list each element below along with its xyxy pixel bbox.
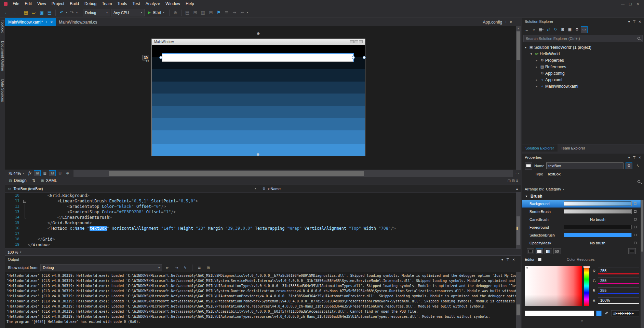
- outlining-margin[interactable]: [22, 226, 28, 231]
- properties-search[interactable]: [522, 178, 644, 185]
- tree-item-solution-helloworld-1-project[interactable]: ▾▣Solution 'HelloWorld' (1 project): [522, 44, 644, 51]
- scrollbar-thumb[interactable]: [109, 171, 364, 176]
- preview-selected-items-icon[interactable]: ▭: [581, 26, 588, 33]
- properties-icon[interactable]: ⚙: [574, 26, 580, 33]
- scrollbar-thumb[interactable]: [641, 200, 643, 252]
- xaml-pane-tab[interactable]: ⊞XAML: [38, 176, 60, 185]
- close-icon[interactable]: ✕: [639, 156, 641, 159]
- design-surface[interactable]: ⊕ 39 ⊙ MainWindow: [5, 26, 516, 170]
- outlining-margin[interactable]: [22, 231, 28, 237]
- expander-icon[interactable]: ▸: [534, 65, 539, 69]
- outlining-margin[interactable]: [22, 215, 28, 220]
- tab-mainwindow-xaml[interactable]: MainWindow.xaml* ⊤ ×: [5, 18, 56, 26]
- outlining-margin[interactable]: −: [22, 199, 28, 204]
- close-tab-icon[interactable]: ×: [50, 20, 53, 25]
- scrollbar-thumb[interactable]: [516, 304, 520, 315]
- color-marker[interactable]: [526, 267, 528, 269]
- eyedropper-icon[interactable]: ✎: [604, 311, 609, 316]
- solution-search-input[interactable]: [523, 35, 643, 42]
- search-icon[interactable]: [638, 37, 640, 40]
- outlining-margin[interactable]: [22, 204, 28, 210]
- arrange-by-value[interactable]: Category: [546, 187, 561, 191]
- navigate-forward-icon[interactable]: →: [11, 9, 17, 16]
- design-pane-tab[interactable]: ⊡Design: [6, 176, 30, 185]
- designer-vertical-scrollbar[interactable]: ▲: [516, 26, 521, 170]
- save-all-icon[interactable]: ▤: [46, 9, 53, 16]
- property-row-borderbrush[interactable]: BorderBrush: [522, 208, 641, 215]
- tab-color-resources[interactable]: Color Resources: [567, 257, 595, 261]
- top-anchor-icon[interactable]: ⊕: [257, 32, 260, 35]
- breakpoint-margin[interactable]: [5, 237, 11, 242]
- window-position-icon[interactable]: ▾: [628, 156, 630, 159]
- tree-item-properties[interactable]: ▸⚙Properties: [522, 57, 644, 63]
- gradient-brush-button[interactable]: [545, 248, 552, 254]
- side-tab-toolbox[interactable]: Toolbox: [1, 20, 5, 33]
- solid-brush-button[interactable]: [536, 248, 543, 254]
- column-guides-icon[interactable]: ▥: [200, 9, 206, 16]
- advanced-options-icon[interactable]: [634, 202, 636, 205]
- collapse-all-icon[interactable]: ⊟: [559, 26, 566, 33]
- close-icon[interactable]: ✕: [634, 2, 641, 6]
- save-icon[interactable]: ▣: [38, 9, 45, 16]
- channel-input-b[interactable]: 255: [598, 287, 639, 294]
- pin-icon[interactable]: ⊤: [505, 20, 507, 24]
- horizontal-split-icon[interactable]: ⊟: [512, 179, 514, 183]
- scrollbar-thumb[interactable]: [516, 31, 520, 60]
- breakpoint-margin[interactable]: [5, 204, 11, 210]
- maximize-icon[interactable]: ▢: [627, 2, 634, 6]
- collapse-breadcrumb-icon[interactable]: ▴: [516, 187, 521, 190]
- expander-icon[interactable]: ▸: [534, 59, 539, 62]
- word-wrap-icon[interactable]: ⊞: [205, 264, 212, 271]
- solution-explorer-titlebar[interactable]: Solution Explorer ▾ ⊤ ✕: [522, 18, 644, 25]
- resize-handle-right[interactable]: [352, 56, 355, 59]
- property-value[interactable]: [564, 201, 636, 206]
- expand-pane-icon[interactable]: ⇕: [516, 179, 519, 183]
- snap-to-snaplines-icon[interactable]: ⊡: [49, 170, 56, 176]
- properties-view-icon[interactable]: ⚙: [626, 162, 632, 169]
- window-edge-handle[interactable]: [363, 56, 366, 59]
- outdent-icon[interactable]: ⇤: [239, 9, 246, 16]
- collapse-region-icon[interactable]: ⊟: [207, 9, 214, 16]
- outlining-margin[interactable]: [22, 210, 28, 215]
- refresh-icon[interactable]: ↻: [552, 26, 559, 33]
- chevron-down-icon[interactable]: ▾: [563, 188, 564, 191]
- swap-panes-icon[interactable]: ⇅: [30, 178, 38, 183]
- vertical-split-icon[interactable]: ◫: [508, 179, 511, 183]
- undo-icon[interactable]: ↶: [58, 9, 65, 16]
- menu-edit[interactable]: Edit: [22, 0, 35, 7]
- null-brush-button[interactable]: [527, 248, 534, 254]
- property-row-opacitymask[interactable]: OpacityMaskNo brush: [522, 239, 641, 247]
- advanced-options-icon[interactable]: [634, 226, 636, 228]
- tab-mainwindow-xaml-cs[interactable]: MainWindow.xaml.cs: [56, 18, 100, 26]
- saturation-value-picker[interactable]: [525, 266, 582, 306]
- effects-toggle-icon[interactable]: fx: [26, 170, 33, 176]
- channel-input-r[interactable]: 255: [598, 268, 639, 274]
- close-icon[interactable]: ✕: [639, 20, 641, 24]
- navigate-back-icon[interactable]: ←: [3, 9, 10, 16]
- editor-zoom-value[interactable]: 100 %: [8, 250, 18, 254]
- side-tab-data-sources[interactable]: Data Sources: [1, 79, 5, 102]
- back-icon[interactable]: ←: [523, 26, 530, 33]
- toolbar-overflow-icon[interactable]: ▾: [247, 11, 248, 14]
- chevron-down-icon[interactable]: ▾: [20, 251, 21, 254]
- breakpoint-margin[interactable]: [5, 231, 11, 237]
- outlining-margin[interactable]: [22, 237, 28, 242]
- collapse-icon[interactable]: −: [23, 200, 26, 203]
- properties-vertical-scrollbar[interactable]: [641, 200, 644, 328]
- expander-icon[interactable]: ▾: [529, 52, 534, 56]
- breadcrumb-element-dropdown[interactable]: ▭ TextBox (textBox) ▾: [5, 187, 259, 191]
- breakpoint-margin[interactable]: [5, 215, 11, 220]
- scrollbar-thumb[interactable]: [516, 216, 520, 245]
- expander-icon[interactable]: ▾: [524, 195, 529, 198]
- expand-more-icon[interactable]: ⌄: [525, 318, 639, 324]
- hue-marker[interactable]: [583, 266, 590, 268]
- solution-configuration-dropdown[interactable]: Debug▾: [83, 9, 110, 16]
- advanced-options-icon[interactable]: [634, 210, 636, 213]
- snap-to-grid-icon[interactable]: ▦: [41, 170, 48, 176]
- brush-swatch[interactable]: [564, 225, 632, 229]
- side-tab-document-outline[interactable]: Document Outline: [1, 41, 5, 71]
- next-message-icon[interactable]: ⇥: [173, 264, 180, 271]
- name-input[interactable]: [546, 162, 623, 169]
- open-file-icon[interactable]: ▱: [30, 9, 37, 16]
- menu-team[interactable]: Team: [99, 0, 115, 7]
